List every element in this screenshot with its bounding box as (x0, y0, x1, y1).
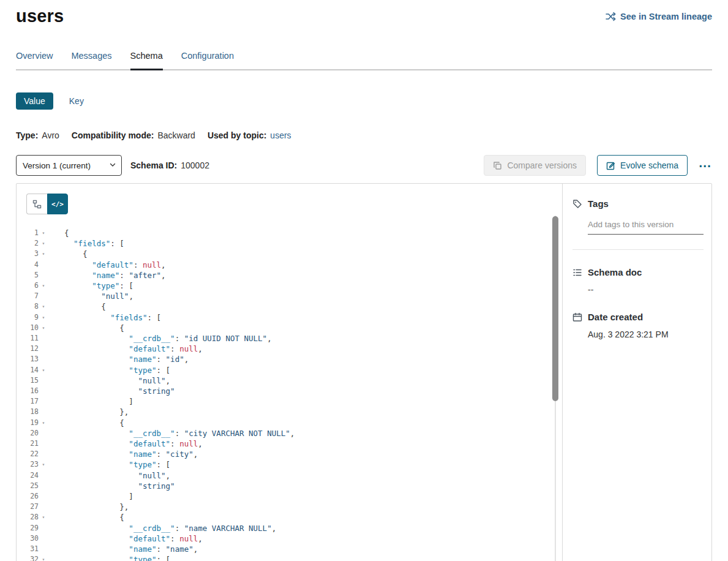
fold-toggle-icon[interactable]: ▾ (39, 459, 48, 470)
code-line: 22 "name": "city", (17, 449, 562, 459)
tab-schema[interactable]: Schema (130, 51, 163, 69)
schema-doc-heading: Schema doc (572, 267, 704, 277)
code-text: { (48, 418, 124, 428)
line-number: 26 (21, 491, 39, 502)
code-line: 25 "string" (17, 481, 562, 491)
evolve-schema-button[interactable]: Evolve schema (597, 155, 688, 176)
fold-toggle-icon[interactable]: ▾ (39, 418, 48, 428)
value-toggle-button[interactable]: Value (16, 92, 53, 110)
code-line: 1▾{ (17, 228, 562, 238)
code-text: { (48, 323, 124, 333)
fold-toggle-icon[interactable]: ▾ (39, 512, 48, 522)
compatibility-meta: Compatibility mode: Backward (72, 130, 195, 140)
tag-icon (572, 199, 582, 209)
code-text: { (48, 301, 106, 312)
fold-toggle-icon[interactable]: ▾ (39, 323, 48, 333)
code-line: 30 "default": null, (17, 533, 562, 544)
version-select[interactable]: Version 1 (current) (16, 155, 122, 176)
editor-scrollbar[interactable] (552, 216, 558, 561)
code-line: 29 "__crdb__": "name VARCHAR NULL", (17, 523, 562, 533)
fold-toggle-icon[interactable]: ▾ (39, 312, 48, 323)
schema-editor: </> 1▾{2▾ "fields": [3▾ {4 "default": nu… (17, 184, 563, 561)
schema-controls: Version 1 (current) Schema ID: 100002 Co… (16, 155, 712, 176)
line-number: 25 (21, 481, 39, 491)
fold-spacer (39, 260, 48, 270)
code-line: 5 "name": "after", (17, 270, 562, 280)
line-number: 1 (21, 228, 39, 238)
fold-toggle-icon[interactable]: ▾ (39, 280, 48, 291)
code-text: ] (48, 396, 133, 407)
fold-toggle-icon[interactable]: ▾ (39, 249, 48, 259)
editor-view-toggle: </> (26, 194, 562, 214)
fold-toggle-icon[interactable]: ▾ (39, 228, 48, 238)
code-line: 19▾ { (17, 418, 562, 428)
scrollbar-thumb[interactable] (552, 216, 558, 401)
evolve-schema-label: Evolve schema (620, 160, 678, 170)
fold-toggle-icon[interactable]: ▾ (39, 554, 48, 561)
tags-heading: Tags (572, 198, 704, 209)
fold-toggle-icon[interactable]: ▾ (39, 365, 48, 375)
code-line: 16 "string" (17, 386, 562, 396)
code-view-button[interactable]: </> (47, 194, 68, 214)
add-tags-input[interactable] (588, 219, 704, 235)
schema-id: Schema ID: 100002 (130, 160, 209, 170)
line-number: 19 (21, 418, 39, 428)
code-text: { (48, 249, 88, 259)
stream-lineage-link[interactable]: See in Stream lineage (606, 12, 712, 21)
code-text: "default": null, (48, 533, 203, 544)
line-number: 31 (21, 544, 39, 554)
code-line: 15 "null", (17, 375, 562, 386)
fold-spacer (39, 481, 48, 491)
line-number: 28 (21, 512, 39, 522)
tab-messages[interactable]: Messages (71, 51, 111, 69)
code-text: "default": null, (48, 439, 203, 449)
fold-spacer (39, 544, 48, 554)
compatibility-label: Compatibility mode: (72, 130, 154, 140)
line-number: 14 (21, 365, 39, 375)
line-number: 3 (21, 249, 39, 259)
code-text: "type": [ (48, 459, 170, 470)
compare-versions-button[interactable]: Compare versions (484, 155, 586, 176)
line-number: 2 (21, 238, 39, 249)
fold-spacer (39, 386, 48, 396)
calendar-icon (572, 312, 582, 322)
code-line: 6▾ "type": [ (17, 280, 562, 291)
code-text: "name": "name", (48, 544, 198, 554)
line-number: 18 (21, 407, 39, 417)
fold-spacer (39, 533, 48, 544)
fold-toggle-icon[interactable]: ▾ (39, 238, 48, 249)
tab-configuration[interactable]: Configuration (181, 51, 234, 69)
fold-spacer (39, 407, 48, 417)
code-line: 4 "default": null, (17, 260, 562, 270)
fold-spacer (39, 428, 48, 439)
fold-spacer (39, 502, 48, 512)
line-number: 6 (21, 280, 39, 291)
tree-view-button[interactable] (26, 194, 47, 214)
evolve-icon (606, 161, 615, 170)
code-editor-content[interactable]: 1▾{2▾ "fields": [3▾ {4 "default": null,5… (17, 228, 562, 561)
line-number: 20 (21, 428, 39, 439)
page-title: users (16, 6, 64, 26)
code-text: "null", (48, 470, 170, 481)
tab-overview[interactable]: Overview (16, 51, 53, 69)
line-number: 15 (21, 375, 39, 386)
schema-panel: </> 1▾{2▾ "fields": [3▾ {4 "default": nu… (16, 183, 712, 561)
more-options-button[interactable]: ⋯ (699, 159, 712, 172)
code-line: 18 }, (17, 407, 562, 417)
line-number: 10 (21, 323, 39, 333)
fold-spacer (39, 491, 48, 502)
key-toggle-button[interactable]: Key (69, 96, 84, 106)
code-line: 26 ] (17, 491, 562, 502)
fold-toggle-icon[interactable]: ▾ (39, 301, 48, 312)
code-line: 24 "null", (17, 470, 562, 481)
code-text: "name": "id", (48, 354, 189, 364)
code-line: 8▾ { (17, 301, 562, 312)
line-number: 32 (21, 554, 39, 561)
code-line: 31 "name": "name", (17, 544, 562, 554)
tags-section: Tags (572, 198, 704, 250)
code-line: 2▾ "fields": [ (17, 238, 562, 249)
topic-link[interactable]: users (270, 130, 291, 140)
fold-spacer (39, 523, 48, 533)
code-line: 3▾ { (17, 249, 562, 259)
fold-spacer (39, 333, 48, 344)
